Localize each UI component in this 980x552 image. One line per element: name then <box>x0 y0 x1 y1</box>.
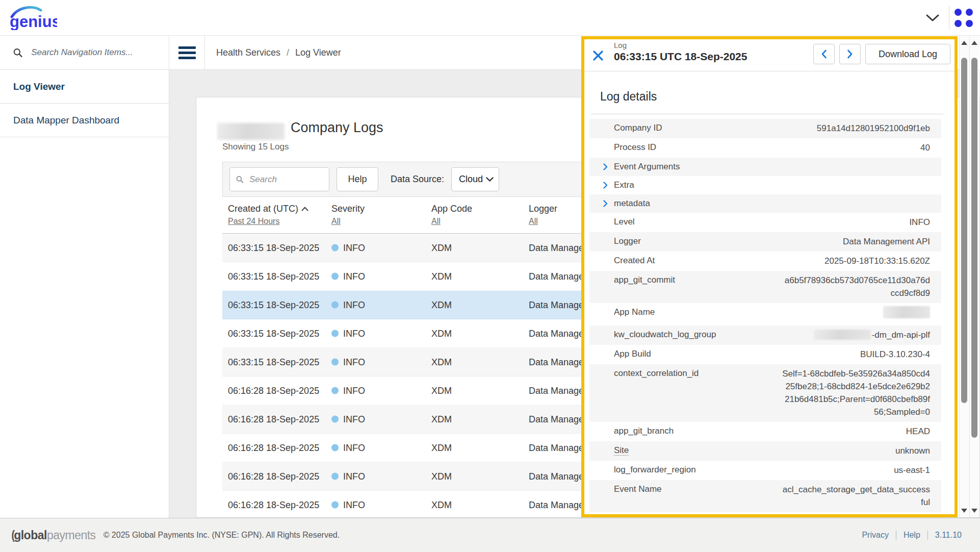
redacted-company-name <box>217 123 285 140</box>
close-icon <box>592 50 604 61</box>
download-log-button[interactable]: Download Log <box>865 44 950 64</box>
field-logger: Logger Data Management API <box>589 232 941 252</box>
top-bar: genius <box>0 0 980 36</box>
genius-logo-icon: genius <box>8 5 57 30</box>
site-tooltip-label[interactable]: Site <box>614 445 629 456</box>
severity-info-dot <box>331 244 339 252</box>
severity-info-dot <box>331 302 339 309</box>
log-details-heading: Log details <box>600 90 657 104</box>
panel-actions: Download Log <box>813 44 950 64</box>
severity-info-dot <box>331 473 339 480</box>
field-context-correlation-id: context_correlation_id Self=1-68cbdfeb-5… <box>589 364 941 422</box>
expand-event-arguments[interactable]: Event Arguments <box>589 158 941 176</box>
version-label: 3.11.10 <box>927 531 969 540</box>
field-app-git-branch: app_git_branch HEAD <box>589 422 941 441</box>
topbar-divider <box>949 6 949 30</box>
scroll-down-arrow-icon[interactable] <box>971 509 977 513</box>
scrollbar-thumb[interactable] <box>971 58 977 438</box>
nav-search-input[interactable] <box>30 47 156 58</box>
chevron-right-icon <box>603 182 608 191</box>
panel-scrollbar[interactable] <box>959 36 969 517</box>
chevron-down-icon <box>486 177 494 182</box>
filter-created-at[interactable]: Past 24 Hours <box>228 217 279 226</box>
field-level: Level INFO <box>589 213 941 232</box>
panel-eyebrow: Log <box>614 41 747 49</box>
field-event-name: Event Name acl_cache_storage_get_data_su… <box>589 480 941 512</box>
search-icon <box>13 47 22 58</box>
scrollbar-thumb[interactable] <box>961 58 967 403</box>
sidebar-item-data-mapper-dashboard[interactable]: Data Mapper Dashboard <box>0 104 169 137</box>
chevron-right-icon <box>603 163 608 172</box>
chevron-right-icon <box>603 200 608 209</box>
severity-info-dot <box>331 501 339 509</box>
help-link[interactable]: Help <box>896 531 927 540</box>
expand-metadata[interactable]: metadata <box>589 194 941 213</box>
sidebar-search <box>0 36 169 70</box>
breadcrumb-separator: / <box>287 47 289 58</box>
scroll-up-arrow-icon[interactable] <box>971 41 977 45</box>
breadcrumb-health-services[interactable]: Health Services <box>216 47 280 58</box>
logo-mark: ( <box>12 529 15 542</box>
panel-title-block: Log 06:33:15 UTC 18-Sep-2025 <box>614 41 747 63</box>
section-divider <box>590 114 943 114</box>
sort-created-at[interactable]: Created at (UTC) <box>228 204 308 214</box>
logs-search-input[interactable] <box>248 174 323 185</box>
hamburger-icon <box>178 44 196 62</box>
sort-ascending-icon <box>301 207 308 211</box>
help-button[interactable]: Help <box>337 167 378 191</box>
close-panel-button[interactable] <box>591 49 605 62</box>
data-source-select[interactable]: Cloud <box>451 167 499 191</box>
field-app-git-commit: app_git_commit a6b5f78936cb573d0765ce11d… <box>589 271 941 303</box>
svg-text:genius: genius <box>10 13 57 30</box>
log-detail-fields: Company ID 591a14d12801952100d9f1eb Proc… <box>589 119 941 517</box>
sidebar-item-label: Log Viewer <box>13 81 65 92</box>
field-log-forwarder-region: log_forwarder_region us-east-1 <box>589 461 941 480</box>
menu-toggle-button[interactable] <box>169 36 205 69</box>
breadcrumb-log-viewer: Log Viewer <box>295 47 341 58</box>
footer-links: Privacy Help 3.11.10 <box>855 531 969 540</box>
filter-severity[interactable]: All <box>331 217 341 226</box>
genius-logo[interactable]: genius <box>8 5 57 32</box>
filter-app-code[interactable]: All <box>431 217 441 226</box>
sidebar: Log Viewer Data Mapper Dashboard <box>0 36 169 518</box>
topbar-actions <box>921 0 973 36</box>
severity-info-dot <box>331 273 339 280</box>
chevron-right-icon <box>847 49 853 59</box>
panel-header: Log 06:33:15 UTC 18-Sep-2025 Download Lo… <box>584 39 955 71</box>
severity-info-dot <box>331 330 339 337</box>
field-company-id: Company ID 591a14d12801952100d9f1eb <box>589 119 941 138</box>
page-title: Company Logs <box>291 120 383 136</box>
redacted-log-group-prefix <box>814 330 871 340</box>
field-event-message: Event Message acl_cache_storage_get_data… <box>589 512 941 517</box>
page-scrollbar[interactable] <box>969 36 979 517</box>
column-created-at: Created at (UTC) Past 24 Hours <box>228 204 308 226</box>
severity-info-dot <box>331 387 339 394</box>
field-created-at: Created At 2025-09-18T10:33:15.620Z <box>589 252 941 271</box>
field-kw-cloudwatch-log-group: kw_cloudwatch_log_group -dm_dm-api-plf <box>589 325 941 345</box>
column-severity: Severity All <box>331 204 365 226</box>
sidebar-item-label: Data Mapper Dashboard <box>13 115 119 126</box>
global-payments-logo: ( global payments <box>11 529 96 542</box>
breadcrumb: Health Services / Log Viewer <box>205 36 341 69</box>
app-window: genius Log Viewer Data Mapper Dashb <box>0 0 980 552</box>
column-app-code: App Code All <box>431 204 472 226</box>
severity-info-dot <box>331 416 339 423</box>
previous-log-button[interactable] <box>813 44 835 64</box>
redacted-app-name <box>883 306 930 318</box>
filter-logger[interactable]: All <box>529 217 538 226</box>
account-menu-button[interactable] <box>921 7 944 29</box>
privacy-link[interactable]: Privacy <box>855 531 895 540</box>
next-log-button[interactable] <box>839 44 861 64</box>
footer: ( global payments © 2025 Global Payments… <box>0 518 980 552</box>
app-launcher-icon[interactable] <box>955 9 973 27</box>
logs-search-box <box>229 167 329 191</box>
expand-extra[interactable]: Extra <box>589 176 941 194</box>
sidebar-item-log-viewer[interactable]: Log Viewer <box>0 70 169 104</box>
panel-title: 06:33:15 UTC 18-Sep-2025 <box>614 51 747 63</box>
scroll-up-arrow-icon[interactable] <box>961 41 967 45</box>
data-source-label: Data Source: <box>391 174 444 185</box>
scroll-down-arrow-icon[interactable] <box>961 509 967 513</box>
field-app-build: App Build BUILD-3.10.230-4 <box>589 345 941 364</box>
log-detail-panel: Log 06:33:15 UTC 18-Sep-2025 Download Lo… <box>581 36 958 517</box>
chevron-down-icon <box>925 14 940 22</box>
